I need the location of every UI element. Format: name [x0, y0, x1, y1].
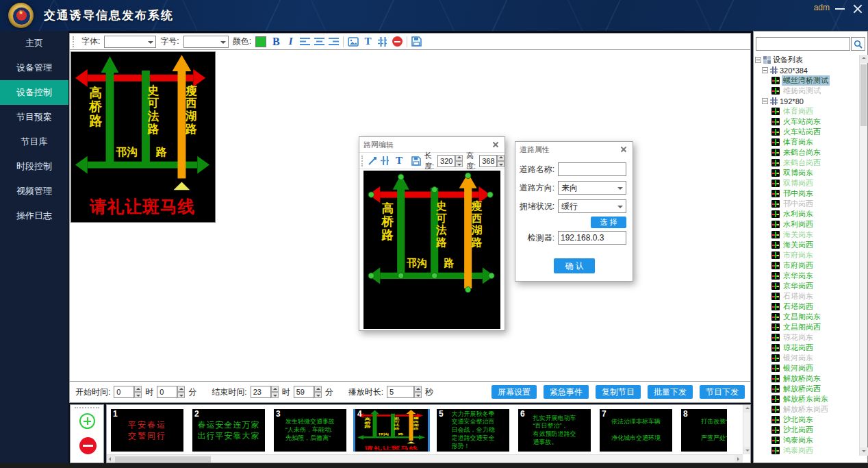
action-button[interactable]: 紧急事件: [544, 385, 589, 399]
start-minute-value[interactable]: 0: [157, 386, 177, 398]
scrollbar-thumb[interactable]: [115, 456, 211, 463]
road-direction-select[interactable]: 来向: [558, 181, 626, 195]
device-tree-item[interactable]: 琼花岗西: [755, 343, 858, 353]
program-thumbnail[interactable]: 4高桥路史可法路瘦西湖路邗沟路请礼让斑马线: [355, 409, 428, 452]
road-name-input[interactable]: [558, 162, 626, 176]
scrollbar-thumb[interactable]: [860, 64, 867, 126]
end-minute-stepper[interactable]: 59: [294, 386, 322, 398]
remove-program-icon[interactable]: [79, 437, 97, 454]
save-icon[interactable]: [411, 36, 422, 47]
stepper-up-icon[interactable]: [414, 386, 422, 392]
start-hour-value[interactable]: 0: [114, 386, 134, 398]
align-left-icon[interactable]: [300, 37, 310, 46]
sidebar-item[interactable]: 节目库: [0, 130, 68, 154]
program-thumbnail[interactable]: 5大力开展秋冬季 交通安全整治百 日会战，全力稳 定道路交通安全 形势！: [437, 409, 509, 452]
device-tree-item[interactable]: 来鹤台岗东: [755, 147, 858, 158]
action-button[interactable]: 复制节目: [596, 385, 641, 399]
insert-image-icon[interactable]: [348, 37, 359, 47]
close-icon[interactable]: [619, 145, 628, 154]
device-tree-item[interactable]: 石塔岗西: [755, 301, 858, 312]
scroll-down-icon[interactable]: [743, 447, 751, 454]
align-center-icon[interactable]: [314, 37, 324, 46]
bold-button[interactable]: B: [270, 36, 282, 48]
sidebar-item[interactable]: 主页: [0, 31, 68, 56]
program-thumbnail[interactable]: 1平安春运 交警同行: [111, 409, 183, 452]
start-minute-stepper[interactable]: 0: [157, 386, 185, 398]
scroll-up-icon[interactable]: [860, 55, 868, 63]
scroll-up-icon[interactable]: [743, 405, 751, 412]
action-button[interactable]: 批量下发: [648, 385, 693, 399]
font-size-dropdown[interactable]: [183, 36, 229, 48]
device-tree-item[interactable]: 市府岗西: [755, 260, 858, 271]
end-hour-stepper[interactable]: 23: [251, 386, 279, 398]
duration-value[interactable]: 5: [387, 386, 414, 398]
select-button[interactable]: 选 择: [591, 217, 626, 228]
collapse-icon[interactable]: [762, 98, 768, 104]
add-program-icon[interactable]: [79, 413, 95, 429]
stepper-up-icon[interactable]: [177, 386, 185, 392]
collapse-icon[interactable]: [755, 57, 761, 63]
sidebar-item[interactable]: 节目预案: [0, 105, 68, 130]
delete-icon[interactable]: [392, 36, 403, 47]
align-right-icon[interactable]: [329, 37, 339, 46]
device-tree-item[interactable]: 海关岗西: [755, 240, 858, 250]
tree-group-row[interactable]: 320*384: [755, 65, 858, 75]
confirm-button[interactable]: 确 认: [554, 258, 595, 273]
end-minute-value[interactable]: 59: [294, 386, 314, 398]
scroll-left-icon[interactable]: [107, 455, 115, 463]
device-tree-item[interactable]: 银河岗东: [755, 353, 858, 363]
stepper-up-icon[interactable]: [314, 386, 322, 392]
stepper-down-icon[interactable]: [271, 392, 279, 398]
tree-vertical-scrollbar[interactable]: [859, 55, 867, 456]
device-tree-item[interactable]: 解放桥东岗东: [755, 394, 858, 404]
end-hour-value[interactable]: 23: [251, 386, 271, 398]
device-tree-item[interactable]: 沙北岗东: [755, 415, 858, 425]
device-tree-item[interactable]: 京华岗东: [755, 271, 858, 281]
sidebar-item[interactable]: 视频管理: [0, 179, 68, 204]
text-tool-button[interactable]: T: [363, 36, 374, 47]
device-tree-item[interactable]: 琼花岗东: [755, 332, 858, 343]
stepper-up-icon[interactable]: [455, 155, 463, 161]
scroll-right-icon[interactable]: [735, 455, 743, 463]
device-tree-item[interactable]: 来鹤台岗西: [755, 158, 858, 168]
minimize-icon[interactable]: [832, 1, 847, 16]
device-tree-item[interactable]: 京华岗西: [755, 281, 858, 291]
device-tree-item[interactable]: 银河岗西: [755, 363, 858, 373]
scroll-down-icon[interactable]: [860, 447, 868, 456]
device-tree-item[interactable]: 海关岗东: [755, 230, 858, 240]
device-tree-item[interactable]: 双博岗东: [755, 168, 858, 178]
program-thumbnail[interactable]: 6扎实开展电动车 “百日整治”， 有效预防道路交 通事故。: [518, 409, 591, 452]
stepper-up-icon[interactable]: [271, 386, 279, 392]
search-button[interactable]: [851, 37, 865, 51]
device-tree-item[interactable]: 水利岗东: [755, 209, 858, 219]
stepper-up-icon[interactable]: [497, 155, 505, 161]
thumbnail-horizontal-scrollbar[interactable]: [107, 454, 743, 463]
program-thumbnail[interactable]: 8打击改装“炸 严查严处“机: [681, 409, 727, 452]
stepper-down-icon[interactable]: [497, 161, 505, 167]
italic-button[interactable]: I: [286, 36, 296, 47]
sign-preview-canvas[interactable]: 高桥路史可法路瘦西湖路邗沟路请礼让斑马线: [71, 51, 216, 223]
length-stepper[interactable]: 320: [437, 155, 463, 167]
font-dropdown[interactable]: [104, 36, 156, 48]
road-layout-icon[interactable]: [378, 37, 388, 47]
action-button[interactable]: 屏幕设置: [492, 385, 537, 399]
device-tree-item[interactable]: 文昌阁岗西: [755, 322, 858, 332]
device-tree-item[interactable]: 鸿泰岗东: [755, 435, 858, 445]
device-tree-item[interactable]: 体育岗西: [755, 106, 858, 116]
congestion-select[interactable]: 缓行: [558, 199, 626, 213]
thumbnail-vertical-scrollbar[interactable]: [743, 405, 750, 454]
stepper-up-icon[interactable]: [134, 386, 142, 392]
sidebar-item[interactable]: 操作日志: [0, 204, 68, 228]
device-tree-item[interactable]: 鸿泰岗西: [755, 445, 858, 456]
device-tree-item[interactable]: 解放桥岗西: [755, 384, 858, 394]
program-thumbnail[interactable]: 2春运安全连万家 出行平安靠大家: [192, 409, 265, 452]
tree-root-row[interactable]: 设备列表: [755, 55, 858, 65]
detector-input[interactable]: [558, 231, 626, 245]
device-tree-item[interactable]: 水利岗西: [755, 219, 858, 230]
program-thumbnail[interactable]: 7依法治理非标车辆 净化城市交通环境: [600, 409, 672, 452]
device-search-input[interactable]: [756, 37, 850, 51]
sidebar-item[interactable]: 设备管理: [0, 56, 68, 80]
save-icon[interactable]: [411, 156, 421, 166]
start-hour-stepper[interactable]: 0: [114, 386, 142, 398]
device-tree-item[interactable]: 沙北岗西: [755, 425, 858, 435]
